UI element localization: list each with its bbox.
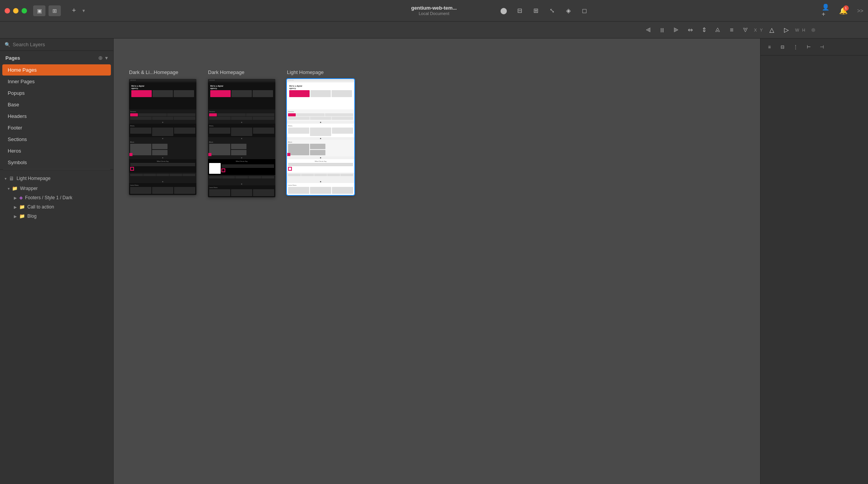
h-label: H [802, 28, 805, 32]
service-item-d4 [231, 117, 253, 120]
nav-item-label: Popups [8, 90, 25, 96]
minimize-button[interactable] [13, 8, 18, 13]
right-tool-4[interactable]: ⊢ [804, 42, 814, 52]
nav-dot [290, 80, 292, 81]
align-middle-v-icon[interactable]: ≡ [726, 25, 737, 35]
tree-item-wrapper[interactable]: ▾ 📁 Wrapper [0, 184, 113, 193]
right-tool-2[interactable]: ⊟ [778, 42, 788, 52]
send-icon[interactable]: ▷ [781, 25, 792, 35]
notifications-button[interactable]: 🔔 1 [837, 5, 850, 17]
nav-item-label: Heros [8, 148, 21, 154]
close-button[interactable] [5, 8, 10, 13]
panel-expand-icon[interactable]: >> [857, 8, 863, 14]
sidebar-item-heros[interactable]: Heros [2, 145, 111, 156]
hero-card-d2 [253, 90, 273, 97]
nav-dot [292, 80, 293, 81]
page-preview-dark-li[interactable]: We're a digitalagency. Services. [129, 79, 196, 195]
tree-item-blog[interactable]: ▶ 📁 Blog [0, 212, 113, 221]
app-name: gentium-web-tem... Local Document [411, 5, 457, 16]
about-accent-1 [129, 153, 132, 156]
preview-works-3: Works. → [287, 124, 354, 137]
testimonial-content-1 [130, 163, 195, 171]
page-preview-dark[interactable]: We're a digitalagency. Services. [208, 79, 275, 197]
single-window-icon[interactable]: ▣ [33, 5, 45, 16]
pages-menu-icon[interactable]: ▾ [105, 55, 108, 61]
tree-item-footers[interactable]: ▶ ◆ Footers / Style 1 / Dark [0, 193, 113, 202]
layer-section-label: Light Homepage [17, 176, 50, 181]
sidebar-item-sections[interactable]: Sections [2, 134, 111, 145]
dot [320, 138, 321, 139]
user-add-icon[interactable]: 👤+ [822, 5, 833, 16]
service-item-4 [152, 117, 174, 120]
align-toolbar: ⫷ ⫼ ⫸ ⇔ ⇕ ⩓ ≡ ⩔ X Y △ ▷ W H [0, 22, 868, 39]
works-grid-1 [130, 128, 195, 136]
works-title-2: Works. [209, 125, 214, 127]
align-tool-icon[interactable]: ⊟ [514, 5, 525, 16]
w-label: W [795, 28, 799, 32]
news-item-d2 [231, 189, 252, 196]
align-top-icon[interactable]: ⩓ [712, 25, 723, 35]
monitor-icon: 🖥 [9, 175, 14, 182]
layer-section-header[interactable]: ▾ 🖥 Light Homepage [0, 173, 113, 184]
right-tool-3[interactable]: ⋮ [791, 42, 801, 52]
sidebar-item-home-pages[interactable]: Home Pages [2, 64, 111, 76]
right-panel: ≡ ⊟ ⋮ ⊢ ⊣ [760, 39, 868, 484]
hero-card-bar-3 [290, 91, 309, 92]
sidebar-item-base[interactable]: Base [2, 99, 111, 110]
view-tool-icon[interactable]: ◻ [579, 5, 590, 16]
align-right-icon[interactable]: ⫸ [671, 25, 682, 35]
about-accent-2 [208, 153, 211, 156]
t-line [130, 163, 195, 164]
t-line-l [288, 164, 353, 165]
align-center-h-icon[interactable]: ⫼ [657, 25, 668, 35]
sidebar: 🔍 Pages ⊕ ▾ Home Pages Inner Pages Popup… [0, 39, 114, 484]
component-tool-icon[interactable]: ◈ [563, 5, 574, 16]
distribute-h-icon[interactable]: ⇔ [685, 25, 695, 35]
circle-tool-icon[interactable]: ⬤ [498, 5, 509, 16]
tree-chevron-footers: ▶ [14, 196, 17, 200]
hero-card-l1 [310, 90, 331, 97]
canvas-area[interactable]: Dark & Li...Homepage We're a digitalagen… [114, 39, 760, 484]
pi-l5 [340, 174, 353, 176]
sidebar-item-footer[interactable]: Footer [2, 122, 111, 133]
right-tool-5[interactable]: ⊣ [817, 42, 827, 52]
multi-window-icon[interactable]: ⊞ [49, 5, 61, 16]
connector-l3 [287, 156, 354, 159]
about-img-main-3 [288, 144, 309, 155]
tree-item-cta[interactable]: ▶ 📁 Call to action [0, 202, 113, 212]
page-preview-light[interactable]: We're a digitalagency. Services. [287, 79, 354, 195]
nav-item-label: Footer [8, 125, 22, 131]
align-left-icon[interactable]: ⫷ [643, 25, 654, 35]
nav-dot [288, 80, 290, 81]
scale-tool-icon[interactable]: ⤡ [547, 5, 558, 16]
news-item-2 [152, 187, 173, 194]
preview-news-3: Latest News [287, 183, 354, 195]
right-tool-1[interactable]: ≡ [764, 42, 774, 52]
preview-services-2: Services. [208, 109, 275, 121]
transform-icon[interactable]: △ [766, 25, 778, 35]
add-button[interactable]: + [69, 5, 79, 16]
color-dot[interactable] [811, 28, 815, 32]
dropdown-chevron[interactable]: ▾ [82, 8, 85, 13]
connector-l4 [287, 180, 354, 183]
works-header-3: Works. → [288, 125, 353, 127]
dot [241, 183, 242, 185]
sidebar-item-headers[interactable]: Headers [2, 111, 111, 122]
connector-4 [129, 180, 196, 183]
sidebar-item-popups[interactable]: Popups [2, 87, 111, 99]
align-bottom-icon[interactable]: ⩔ [740, 25, 751, 35]
preview-pricing-2 [208, 175, 275, 183]
properties-section [761, 55, 868, 65]
preview-testimonials-1: What Clients Say [129, 159, 196, 173]
distribute-v-icon[interactable]: ⇕ [699, 25, 709, 35]
column-label-light: Light Homepage [287, 69, 323, 75]
distribute-tool-icon[interactable]: ⊞ [531, 5, 541, 16]
add-page-icon[interactable]: ⊕ [98, 55, 103, 61]
search-input[interactable] [13, 42, 109, 47]
hero-card-1 [152, 90, 173, 97]
sidebar-item-symbols[interactable]: Symbols [2, 157, 111, 168]
sidebar-item-inner-pages[interactable]: Inner Pages [2, 76, 111, 87]
tree-item-label-cta: Call to action [27, 204, 54, 210]
preview-hero-1: We're a digitalagency. [129, 82, 196, 109]
maximize-button[interactable] [22, 8, 27, 13]
